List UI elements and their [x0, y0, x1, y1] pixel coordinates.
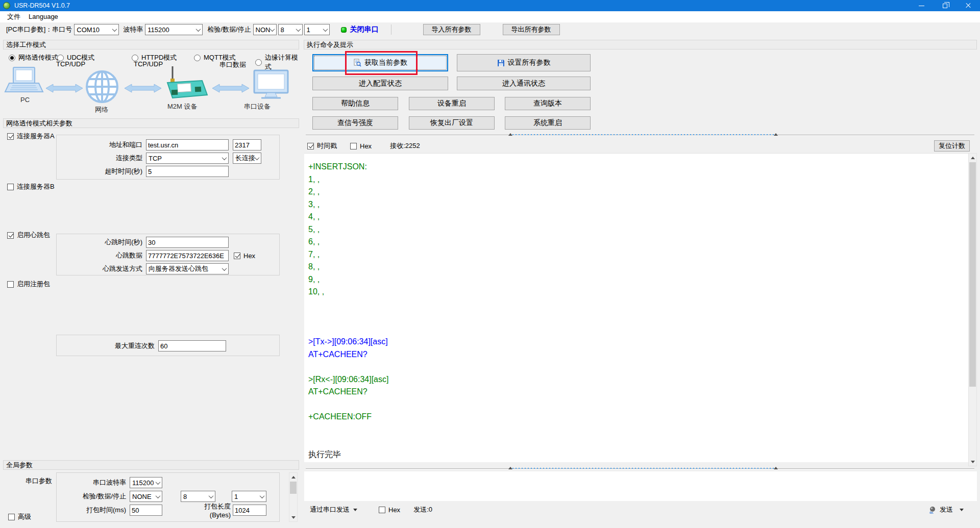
work-mode-radio-1[interactable]: 网络透传模式	[9, 53, 58, 62]
checkbox-checked-icon	[7, 232, 14, 239]
send-hex-checkbox[interactable]: Hex	[379, 506, 400, 514]
trackbar-thumb-icon[interactable]	[508, 467, 512, 469]
close-serial-button[interactable]: 关闭串口	[350, 25, 379, 34]
device-restart-button[interactable]: 设备重启	[409, 97, 495, 110]
query-version-button[interactable]: 查询版本	[505, 97, 591, 110]
bottom-trackbar[interactable]	[508, 465, 778, 471]
hb-mode-select[interactable]: 向服务器发送心跳包	[146, 263, 229, 274]
hb-data-label: 心跳数据	[57, 251, 142, 260]
timestamp-checkbox[interactable]: 时间戳	[307, 141, 337, 150]
conn-type-label: 连接类型	[57, 154, 142, 163]
menu-language[interactable]: Language	[24, 11, 62, 22]
reconnect-input[interactable]	[158, 340, 226, 351]
checkbox-checked-icon	[7, 133, 14, 140]
parity-value: NONI	[256, 26, 271, 34]
server-port-input[interactable]	[233, 139, 261, 150]
signal-strength-button[interactable]: 查信号强度	[312, 116, 398, 130]
scroll-thumb[interactable]	[290, 482, 297, 494]
heartbeat-checkbox[interactable]: 启用心跳包	[7, 231, 50, 240]
baud-value: 115200	[148, 26, 169, 34]
parity-select[interactable]: NONI	[253, 24, 277, 35]
hb-mode-value: 向服务器发送心跳包	[149, 264, 208, 273]
scroll-down-icon[interactable]	[969, 458, 976, 466]
trackbar-ticks	[512, 468, 774, 469]
stopbits-select[interactable]: 1	[304, 24, 330, 35]
pack-len-input[interactable]	[233, 505, 266, 516]
hb-hex-checkbox[interactable]: Hex	[234, 252, 255, 260]
reset-count-button[interactable]: 复位计数	[934, 140, 970, 152]
send-button[interactable]: 发送	[940, 505, 953, 514]
terminal-line: 1, ,	[308, 173, 964, 186]
close-button[interactable]	[957, 0, 980, 11]
server-a-checkbox[interactable]: 连接服务器A	[7, 132, 55, 141]
enter-config-button[interactable]: 进入配置状态	[312, 77, 448, 90]
global-baud-select[interactable]: 115200	[130, 477, 162, 488]
server-b-checkbox[interactable]: 连接服务器B	[7, 182, 55, 191]
import-all-button[interactable]: 导入所有参数	[423, 24, 480, 35]
serial-toolbar: [PC串口参数]：串口号 COM10 波特率 115200 检验/数据/停止 N…	[0, 22, 980, 37]
trackbar-thumb-icon[interactable]	[508, 133, 512, 136]
terminal-scrollbar[interactable]	[968, 153, 977, 466]
scroll-up-icon[interactable]	[289, 473, 297, 481]
send-input-area[interactable]	[304, 471, 977, 501]
global-stopbits-select[interactable]: 1	[232, 491, 266, 502]
set-params-button[interactable]: 设置所有参数	[457, 54, 591, 71]
dropdown-arrow-icon[interactable]	[960, 509, 964, 511]
terminal-line	[308, 361, 964, 373]
serial-status-led	[341, 27, 347, 33]
heartbeat-box: 心跳时间(秒) 心跳数据 Hex 心跳发送方式 向服务器发送心跳包	[56, 234, 280, 275]
factory-reset-button[interactable]: 恢复出厂设置	[409, 116, 495, 130]
network-label: 网络	[95, 105, 108, 114]
trackbar-thumb-icon[interactable]	[774, 133, 778, 136]
recv-count: 接收:2252	[390, 141, 420, 150]
terminal-line: 10, ,	[308, 286, 964, 298]
recv-hex-checkbox[interactable]: Hex	[350, 142, 372, 150]
serial-group-label: 串口参数	[26, 476, 52, 486]
scroll-down-icon[interactable]	[289, 513, 297, 521]
conn-type-select[interactable]: TCP	[146, 153, 229, 164]
checkbox-unchecked-icon	[7, 281, 14, 288]
radio-icon	[194, 55, 201, 61]
restore-button[interactable]	[933, 0, 957, 11]
trackbar-thumb-icon[interactable]	[774, 467, 778, 469]
global-databits-select[interactable]: 8	[181, 491, 215, 502]
pack-time-input[interactable]	[130, 505, 162, 516]
send-via-serial-dropdown[interactable]: 通过串口发送	[310, 505, 350, 514]
chevron-down-icon	[196, 27, 201, 32]
timeout-input[interactable]	[146, 166, 229, 177]
server-a-label: 连接服务器A	[17, 132, 55, 141]
save-icon	[497, 59, 505, 67]
left-scrollbar[interactable]	[289, 472, 298, 522]
global-parity-select[interactable]: NONE	[130, 491, 162, 502]
register-checkbox[interactable]: 启用注册包	[7, 280, 50, 289]
terminal-line: 8, ,	[308, 261, 964, 273]
export-all-button[interactable]: 导出所有参数	[503, 24, 560, 35]
close-icon	[965, 3, 971, 9]
scroll-up-icon[interactable]	[969, 154, 976, 162]
databits-select[interactable]: 8	[278, 24, 303, 35]
dropdown-arrow-icon[interactable]	[353, 509, 357, 511]
arrow-icon	[125, 84, 161, 92]
help-info-button[interactable]: 帮助信息	[312, 97, 398, 110]
conn-keep-select[interactable]: 长连接	[233, 153, 261, 164]
minimize-icon	[919, 6, 924, 6]
server-addr-input[interactable]	[146, 139, 229, 150]
scroll-thumb[interactable]	[969, 162, 976, 387]
system-restart-button[interactable]: 系统重启	[505, 116, 591, 130]
terminal-output[interactable]: +INSERTJSON:1, ,2, ,3, ,4, ,5, ,6, ,7, ,…	[304, 153, 968, 462]
hb-time-input[interactable]	[146, 237, 229, 248]
timestamp-label: 时间戳	[317, 141, 337, 150]
global-baud-value: 115200	[132, 479, 154, 487]
hb-data-input[interactable]	[146, 250, 229, 261]
com-port-select[interactable]: COM10	[74, 24, 119, 35]
advanced-checkbox[interactable]: 高级	[8, 512, 31, 521]
link1-label: TCP/UDP	[56, 60, 85, 68]
menu-file[interactable]: 文件	[3, 11, 24, 22]
enter-comm-button[interactable]: 进入通讯状态	[457, 77, 591, 90]
baud-label: 波特率	[123, 25, 143, 34]
minimize-button[interactable]	[910, 0, 933, 11]
server-b-label: 连接服务器B	[17, 182, 55, 191]
baud-select[interactable]: 115200	[145, 24, 203, 35]
advanced-label: 高级	[18, 512, 31, 521]
top-trackbar[interactable]	[508, 132, 778, 138]
